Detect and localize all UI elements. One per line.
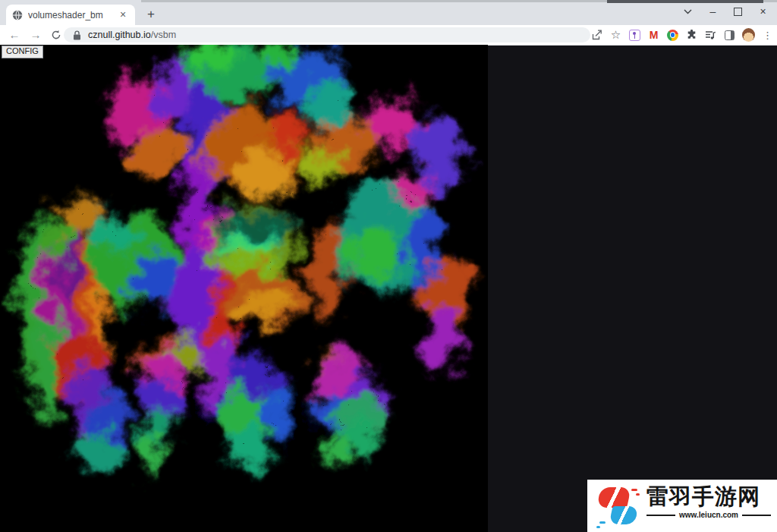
watermark-url-row: www.leiucn.com [646, 511, 771, 519]
site-watermark: 雷羽手游网 www.leiucn.com [587, 480, 777, 532]
media-controls-button[interactable] [704, 29, 717, 42]
browser-window: volumeshader_bm × + – × ← → [0, 0, 777, 532]
reload-button[interactable] [48, 29, 64, 44]
tab-title: volumeshader_bm [28, 10, 117, 20]
globe-favicon-icon [12, 10, 23, 20]
watermark-text: 雷羽手游网 www.leiucn.com [646, 484, 771, 519]
leiyu-logo-icon [595, 483, 643, 529]
config-button[interactable]: CONFIG [2, 46, 43, 58]
share-icon [591, 30, 603, 41]
forward-button[interactable]: → [27, 27, 44, 42]
maximize-icon [734, 8, 742, 16]
watermark-site-url: www.leiucn.com [679, 511, 738, 519]
new-tab-button[interactable]: + [143, 6, 159, 23]
url-host: cznull.github.io [88, 30, 151, 40]
url-path: /vsbm [151, 30, 176, 40]
chrome-extension-button[interactable] [666, 29, 679, 42]
extension-translate-button[interactable] [628, 29, 641, 42]
tab-close-icon[interactable]: × [117, 9, 129, 21]
reload-icon [51, 30, 61, 40]
address-bar[interactable]: cznull.github.io/vsbm [64, 27, 590, 42]
gmail-extension-button[interactable]: M [647, 29, 660, 42]
share-button[interactable] [590, 29, 603, 42]
side-panel-icon [725, 30, 735, 40]
window-controls: – × [675, 1, 775, 22]
toolbar-actions: ☆ M ⋮ [590, 27, 774, 42]
browser-tab[interactable]: volumeshader_bm × [6, 5, 135, 25]
purple-extension-icon [629, 30, 640, 41]
page-content: CONFIG 雷羽手游网 www.leiucn.com [0, 46, 777, 532]
lock-icon [73, 30, 81, 40]
webgl-canvas[interactable]: CONFIG [0, 45, 488, 532]
window-close-button[interactable]: × [750, 1, 775, 22]
media-controls-icon [705, 30, 716, 40]
back-button[interactable]: ← [6, 27, 23, 42]
maximize-button[interactable] [725, 1, 750, 22]
puzzle-icon [686, 30, 697, 41]
extensions-menu-button[interactable] [685, 29, 698, 42]
bookmark-star-button[interactable]: ☆ [609, 29, 622, 42]
chrome-logo-icon [667, 30, 678, 41]
tab-search-chevron-icon[interactable] [675, 1, 700, 22]
browser-toolbar: ← → cznull.github.io/vsbm ☆ [0, 25, 777, 46]
logo-blue-shape [609, 506, 638, 524]
watermark-site-name: 雷羽手游网 [646, 484, 771, 509]
side-panel-button[interactable] [723, 29, 736, 42]
profile-avatar [742, 28, 755, 42]
minimize-button[interactable]: – [700, 1, 725, 22]
profile-button[interactable] [742, 29, 755, 42]
tab-strip: volumeshader_bm × + – × [0, 0, 777, 25]
browser-menu-button[interactable]: ⋮ [761, 29, 774, 42]
mandelbulb-fractal-render [0, 45, 488, 532]
logo-red-shape [596, 487, 631, 508]
